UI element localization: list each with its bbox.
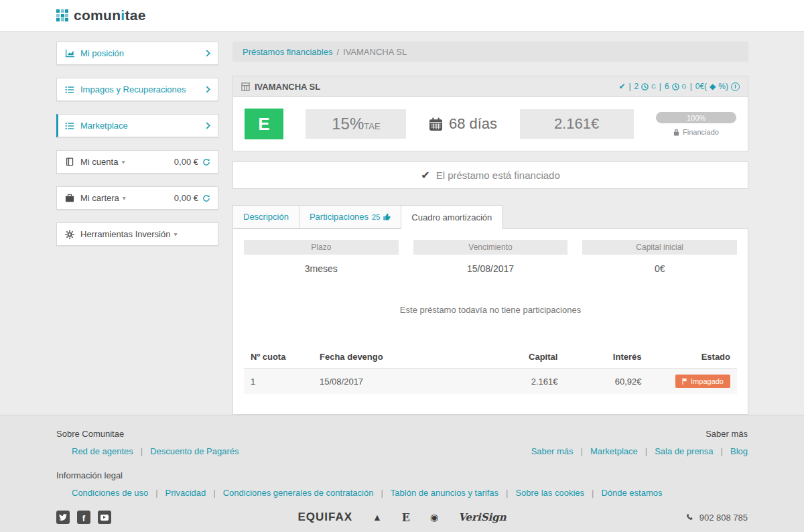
footer-more-title: Saber más bbox=[706, 429, 748, 439]
sidebar-item-label: Mi posición bbox=[80, 48, 124, 58]
breadcrumb: Préstamos financiables / IVAMANCHA SL bbox=[232, 42, 748, 62]
clock-icon bbox=[672, 83, 679, 90]
loan-summary-card: E 15% TAE 68 días 2.161€ 100% bbox=[232, 97, 748, 151]
progress-bar: 100% bbox=[656, 112, 736, 123]
info-icon[interactable]: i bbox=[731, 82, 740, 91]
tab-participaciones[interactable]: Participaciones 25 bbox=[299, 205, 401, 228]
table-row: 1 15/08/2017 2.161€ 60,92€ Impagado bbox=[244, 369, 737, 395]
footer-link-red-de-agentes[interactable]: Red de agentes bbox=[72, 446, 133, 456]
tab-bar: Descripción Participaciones 25 Cuadro am… bbox=[232, 205, 748, 228]
phone-icon bbox=[686, 513, 695, 522]
footer-about-title: Sobre Comunitae bbox=[56, 429, 124, 439]
sidebar-item-mi-cuenta[interactable]: Mi cuenta ▾ 0,00 € bbox=[56, 150, 218, 174]
main-content: Préstamos financiables / IVAMANCHA SL IV… bbox=[232, 42, 748, 415]
footer-link-tablon-anuncios[interactable]: Tablón de anuncios y tarifas bbox=[391, 488, 498, 498]
amortization-table: Nº cuota Fecha devengo Capital Interés E… bbox=[244, 346, 737, 394]
sidebar-item-impagos[interactable]: Impagos y Recuperaciones bbox=[56, 78, 218, 101]
sidebar-item-label: Impagos y Recuperaciones bbox=[80, 84, 186, 94]
refresh-icon[interactable] bbox=[202, 194, 210, 202]
chevron-right-icon bbox=[206, 122, 210, 129]
footer-link-cookies[interactable]: Sobre las cookies bbox=[515, 488, 584, 498]
footer-link-sala-de-prensa[interactable]: Sala de prensa bbox=[655, 446, 713, 456]
tab-descripcion[interactable]: Descripción bbox=[232, 205, 299, 228]
breadcrumb-link-prestamos[interactable]: Préstamos financiables bbox=[243, 47, 332, 57]
comunitae-logo[interactable]: comunitae bbox=[56, 7, 146, 23]
lock-icon bbox=[673, 129, 679, 136]
list-icon bbox=[64, 121, 75, 131]
page-content: Mi posición Impagos y Recuperaciones M bbox=[0, 31, 804, 415]
table-header-row: Nº cuota Fecha devengo Capital Interés E… bbox=[244, 346, 737, 369]
list-icon bbox=[64, 85, 75, 94]
sidebar: Mi posición Impagos y Recuperaciones M bbox=[56, 42, 218, 415]
detail-capital-inicial: Capital inicial 0€ bbox=[582, 240, 737, 274]
footer-legal-title: Información legal bbox=[56, 470, 123, 480]
rating-badge: E bbox=[245, 109, 283, 139]
participations-count: 25 bbox=[372, 213, 380, 221]
status-badge-impagado: Impagado bbox=[675, 375, 730, 388]
footer-link-saber-mas[interactable]: Saber más bbox=[531, 446, 574, 456]
check-icon: ✔ bbox=[421, 169, 429, 182]
briefcase-icon bbox=[64, 194, 75, 202]
footer-link-privacidad[interactable]: Privacidad bbox=[165, 488, 206, 498]
logo-grid-icon bbox=[56, 9, 68, 21]
funding-progress: 100% Financiado bbox=[656, 112, 736, 136]
diamond-icon: ◆ bbox=[710, 82, 716, 91]
calendar-icon bbox=[429, 117, 443, 131]
chart-icon bbox=[64, 48, 75, 58]
facebook-icon[interactable]: f bbox=[77, 511, 90, 524]
tab-cuadro-amortizacion[interactable]: Cuadro amortización bbox=[401, 205, 503, 229]
ledger-icon bbox=[64, 157, 75, 166]
twitter-icon[interactable] bbox=[56, 511, 70, 524]
cell-interes: 60,92€ bbox=[564, 369, 648, 395]
logo-text: comunitae bbox=[74, 7, 146, 23]
footer-link-descuento-pagares[interactable]: Descuento de Pagarés bbox=[150, 446, 239, 456]
sidebar-item-mi-cartera[interactable]: Mi cartera ▾ 0,00 € bbox=[56, 186, 218, 210]
detail-plazo: Plazo 3meses bbox=[244, 240, 399, 274]
cell-fecha: 15/08/2017 bbox=[313, 369, 480, 395]
equifax-logo: EQUIFAX bbox=[297, 511, 352, 524]
sidebar-item-label: Marketplace bbox=[80, 121, 128, 131]
footer-link-marketplace[interactable]: Marketplace bbox=[590, 446, 638, 456]
chevron-right-icon bbox=[206, 86, 210, 93]
amortization-panel: Plazo 3meses Vencimiento 15/08/2017 Capi… bbox=[232, 228, 748, 415]
youtube-icon[interactable] bbox=[98, 511, 111, 524]
top-bar: comunitae bbox=[0, 0, 804, 31]
cell-cuota: 1 bbox=[244, 369, 313, 395]
cell-estado: Impagado bbox=[649, 369, 738, 395]
seal-logo: ◉ bbox=[430, 512, 438, 523]
caret-down-icon: ▾ bbox=[123, 194, 126, 202]
col-header-estado: Estado bbox=[649, 346, 738, 369]
verisign-logo: VeriSign bbox=[458, 511, 506, 523]
duration: 68 días bbox=[429, 115, 497, 133]
document-icon bbox=[241, 82, 250, 91]
refresh-icon[interactable] bbox=[202, 158, 210, 166]
sidebar-item-mi-posicion[interactable]: Mi posición bbox=[56, 42, 218, 65]
col-header-fecha: Fecha devengo bbox=[313, 346, 480, 369]
sidebar-item-marketplace[interactable]: Marketplace bbox=[56, 114, 218, 137]
footer-more-links: Saber más | Marketplace | Sala de prensa… bbox=[531, 446, 748, 456]
sidebar-item-label: Herramientas Inversión bbox=[80, 229, 170, 239]
tae-box: 15% TAE bbox=[306, 109, 406, 139]
sidebar-item-label: Mi cuenta bbox=[80, 157, 118, 167]
funded-label-row: Financiado bbox=[656, 128, 736, 136]
account-balance: 0,00 € bbox=[174, 157, 198, 167]
caret-down-icon: ▾ bbox=[174, 230, 177, 238]
sidebar-item-herramientas[interactable]: Herramientas Inversión ▾ bbox=[56, 222, 218, 246]
cell-capital: 2.161€ bbox=[480, 369, 564, 395]
footer-phone: 902 808 785 bbox=[507, 513, 748, 523]
col-header-cuota: Nº cuota bbox=[244, 346, 313, 369]
footer-link-condiciones-uso[interactable]: Condiciones de uso bbox=[72, 488, 148, 498]
footer-about-links: Red de agentes | Descuento de Pagarés bbox=[56, 446, 239, 456]
triangle-logo: ▲ bbox=[373, 512, 382, 523]
screen: comunitae Mi posición Impagos y Recupera… bbox=[0, 0, 804, 532]
footer-link-condiciones-contratacion[interactable]: Condiciones generales de contratación bbox=[223, 488, 374, 498]
breadcrumb-current: IVAMANCHA SL bbox=[343, 47, 407, 57]
loan-title: IVAMANCHA SL bbox=[241, 82, 320, 92]
social-icons: f bbox=[56, 511, 297, 524]
footer-link-donde-estamos[interactable]: Dónde estamos bbox=[601, 488, 662, 498]
detail-vencimiento: Vencimiento 15/08/2017 bbox=[413, 240, 568, 274]
loan-amount-box: 2.161€ bbox=[520, 109, 634, 139]
loan-header-bar: IVAMANCHA SL ✔ | 2 C | 6 G | 0€( ◆ %) i bbox=[232, 76, 748, 97]
no-participations-message: Este préstamo todavía no tiene participa… bbox=[244, 305, 737, 315]
footer-link-blog[interactable]: Blog bbox=[730, 446, 748, 456]
